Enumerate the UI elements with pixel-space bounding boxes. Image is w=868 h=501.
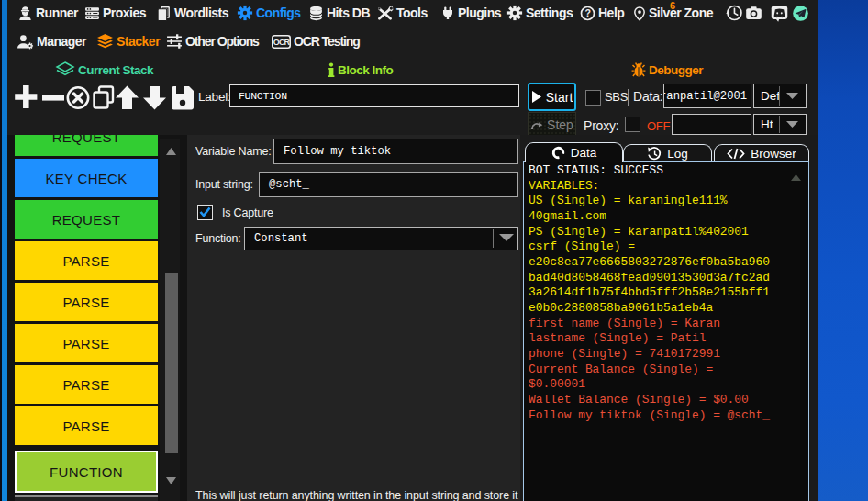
- svg-text:OCR: OCR: [273, 38, 291, 47]
- svg-text:?: ?: [585, 7, 591, 18]
